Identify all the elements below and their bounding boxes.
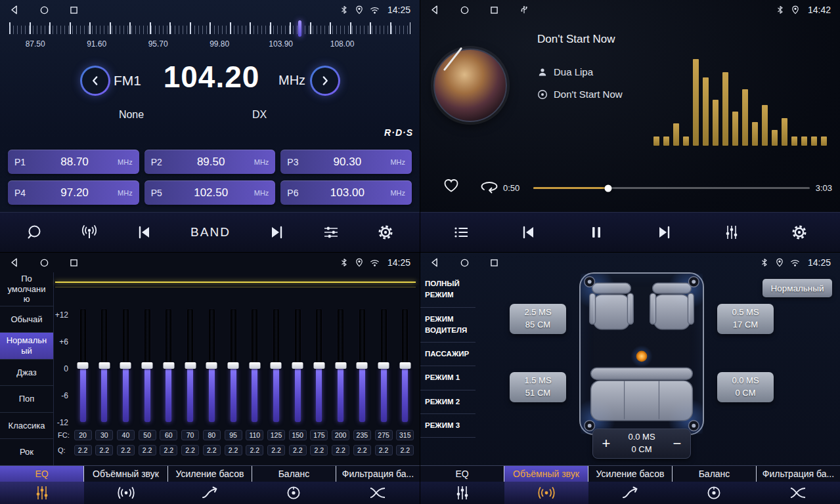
balance-icon[interactable] [252, 482, 336, 504]
prev-track-icon[interactable] [520, 224, 537, 241]
delay-rear-right-button[interactable]: 0.0 MS 0 CM [717, 372, 774, 402]
eq-band-slider[interactable] [252, 309, 257, 422]
tab-filter[interactable]: Фильтрация ба... [757, 466, 840, 482]
preset-p3[interactable]: P3 90.30 MHz [280, 150, 412, 174]
slider-handle[interactable] [142, 362, 153, 369]
eq-band-slider[interactable] [187, 309, 193, 422]
back-icon[interactable] [430, 5, 440, 15]
preset-p5[interactable]: P5 102.50 MHz [144, 180, 276, 205]
eq-preset-item-6[interactable]: Классика [0, 413, 53, 440]
tab-eq[interactable]: EQ [0, 466, 84, 482]
mode-item-5[interactable]: РЕЖИМ 2 [420, 390, 475, 414]
eq-preset-item-4[interactable]: Джаз [0, 360, 53, 387]
tab-surround-sound[interactable]: Объёмный звук [84, 466, 168, 482]
recents-square-icon[interactable] [69, 5, 79, 15]
eq-band-slider[interactable] [402, 309, 408, 422]
eq-faders-icon[interactable] [0, 482, 84, 504]
faders-icon[interactable] [723, 224, 740, 241]
slider-handle[interactable] [206, 362, 217, 369]
slider-handle[interactable] [228, 362, 239, 369]
settings-gear-icon[interactable] [377, 224, 394, 241]
eq-preset-item-1[interactable]: По умолчанию [0, 272, 53, 306]
heart-icon[interactable] [443, 177, 460, 197]
slider-handle[interactable] [378, 362, 389, 369]
slider-handle[interactable] [120, 362, 131, 369]
slider-handle[interactable] [99, 362, 110, 369]
eq-band-slider[interactable] [144, 309, 150, 422]
seek-down-button[interactable] [80, 66, 110, 96]
eq-band-slider[interactable] [80, 309, 86, 422]
recents-square-icon[interactable] [489, 258, 499, 268]
crossover-icon[interactable] [756, 482, 840, 504]
progress-bar[interactable] [533, 187, 810, 189]
decrease-button[interactable]: − [664, 435, 690, 452]
search-icon[interactable] [26, 224, 43, 241]
slider-handle[interactable] [77, 362, 89, 369]
eq-band-slider[interactable] [316, 309, 322, 422]
next-track-icon[interactable] [655, 224, 673, 241]
mode-item-2[interactable]: РЕЖИМ ВОДИТЕЛЯ [420, 308, 475, 343]
tune-icon[interactable] [322, 224, 340, 241]
eq-band-slider[interactable] [101, 309, 107, 422]
repeat-icon[interactable] [479, 178, 499, 198]
slider-handle[interactable] [292, 362, 303, 369]
eq-band-slider[interactable] [273, 309, 279, 422]
preset-p1[interactable]: P1 88.70 MHz [8, 150, 139, 174]
tab-eq[interactable]: EQ [420, 466, 504, 482]
progress-thumb[interactable] [604, 184, 611, 192]
tab-surround-sound[interactable]: Объёмный звук [504, 466, 588, 482]
crossover-icon[interactable] [336, 482, 420, 504]
next-station-icon[interactable] [268, 224, 285, 241]
delay-front-left-button[interactable]: 2.5 MS 85 CM [510, 304, 566, 334]
slider-handle[interactable] [335, 362, 346, 369]
tab-filter[interactable]: Фильтрация ба... [336, 466, 420, 482]
tab-bass-boost[interactable]: Усиление басов [588, 466, 673, 482]
home-circle-icon[interactable] [460, 258, 470, 268]
slider-handle[interactable] [399, 362, 410, 369]
band-button[interactable]: BAND [190, 225, 231, 240]
home-circle-icon[interactable] [39, 5, 49, 15]
delay-front-right-button[interactable]: 0.5 MS 17 CM [717, 304, 774, 334]
eq-preset-item-7[interactable]: Рок [0, 439, 53, 466]
bass-boost-icon[interactable] [168, 482, 252, 504]
mode-item-3[interactable]: ПАССАЖИР [420, 343, 475, 366]
slider-handle[interactable] [185, 362, 196, 369]
eq-band-slider[interactable] [209, 309, 215, 422]
recents-square-icon[interactable] [489, 5, 499, 15]
slider-handle[interactable] [357, 362, 368, 369]
sound-preset-button[interactable]: Нормальный [763, 279, 832, 297]
mode-item-4[interactable]: РЕЖИМ 1 [420, 366, 475, 390]
slider-handle[interactable] [313, 362, 324, 369]
preset-p6[interactable]: P6 103.00 MHz [280, 180, 412, 205]
eq-band-slider[interactable] [359, 309, 365, 422]
slider-handle[interactable] [249, 362, 260, 369]
prev-station-icon[interactable] [136, 224, 153, 241]
tab-balance[interactable]: Баланс [252, 466, 336, 482]
preset-p4[interactable]: P4 97.20 MHz [8, 180, 139, 205]
eq-band-slider[interactable] [381, 309, 387, 422]
balance-icon[interactable] [672, 482, 756, 504]
playlist-icon[interactable] [453, 224, 470, 241]
recents-square-icon[interactable] [69, 258, 79, 268]
delay-rear-left-button[interactable]: 1.5 MS 51 CM [510, 372, 566, 402]
eq-band-slider[interactable] [123, 309, 129, 422]
broadcast-icon[interactable] [80, 224, 99, 241]
home-circle-icon[interactable] [39, 258, 49, 268]
back-icon[interactable] [9, 257, 20, 268]
eq-band-slider[interactable] [338, 309, 343, 422]
mode-item-1[interactable]: ПОЛНЫЙ РЕЖИМ [420, 272, 475, 308]
slider-handle[interactable] [163, 362, 174, 369]
eq-band-slider[interactable] [295, 309, 301, 422]
eq-preset-item-5[interactable]: Поп [0, 386, 53, 413]
eq-band-slider[interactable] [166, 309, 171, 422]
tab-bass-boost[interactable]: Усиление басов [168, 466, 252, 482]
pause-icon[interactable] [588, 224, 605, 241]
bass-boost-icon[interactable] [588, 482, 673, 504]
slider-handle[interactable] [271, 362, 282, 369]
eq-preset-item-2[interactable]: Обычай [0, 306, 53, 333]
eq-preset-item-3[interactable]: Нормальный [0, 333, 53, 360]
seek-up-button[interactable] [310, 66, 340, 96]
surround-icon[interactable] [504, 482, 588, 504]
eq-band-slider[interactable] [231, 309, 236, 422]
tab-balance[interactable]: Баланс [673, 466, 757, 482]
